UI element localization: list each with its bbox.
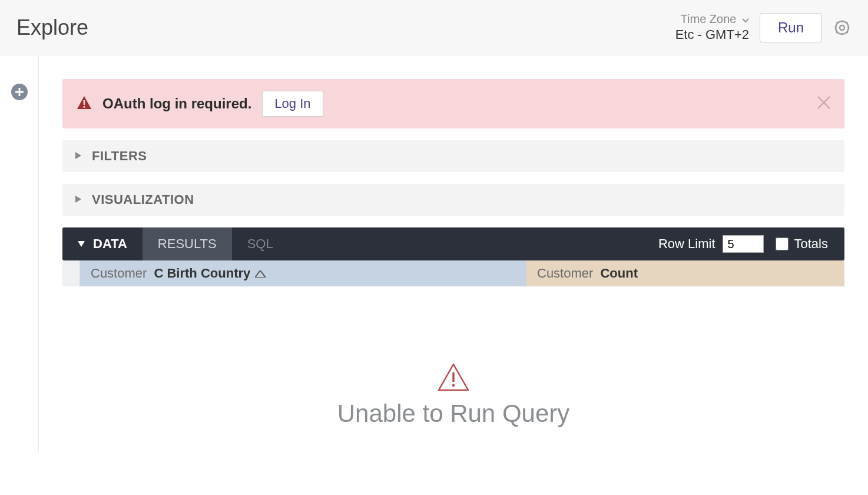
- data-bar: DATA RESULTS SQL Row Limit Totals: [62, 227, 844, 260]
- error-message: Unable to Run Query: [62, 400, 844, 428]
- oauth-alert: OAuth log in required. Log In: [62, 79, 844, 128]
- close-icon[interactable]: [816, 95, 831, 113]
- tab-data[interactable]: DATA: [62, 227, 143, 260]
- filters-label: FILTERS: [92, 148, 147, 164]
- totals-checkbox[interactable]: [776, 237, 789, 250]
- svg-point-1: [836, 21, 849, 34]
- visualization-label: VISUALIZATION: [92, 192, 194, 207]
- svg-point-0: [840, 25, 844, 30]
- timezone-selector[interactable]: Time Zone Etc - GMT+2: [675, 11, 749, 44]
- tab-data-label: DATA: [93, 236, 127, 252]
- timezone-value: Etc - GMT+2: [675, 27, 749, 44]
- chevron-down-icon: [742, 15, 749, 25]
- svg-rect-2: [84, 100, 85, 105]
- tab-results[interactable]: RESULTS: [143, 227, 232, 260]
- gear-icon[interactable]: [833, 18, 852, 37]
- visualization-section[interactable]: VISUALIZATION: [62, 184, 844, 216]
- warning-icon: [77, 95, 92, 112]
- warning-outline-icon: [438, 363, 469, 391]
- page-title: Explore: [16, 15, 88, 40]
- column-dim-field: C Birth Country: [154, 266, 250, 281]
- tab-sql-label: SQL: [247, 236, 273, 252]
- row-handle[interactable]: [62, 260, 80, 286]
- run-button[interactable]: Run: [760, 13, 822, 42]
- svg-point-5: [452, 384, 455, 387]
- add-button[interactable]: [11, 84, 28, 100]
- tab-results-label: RESULTS: [158, 236, 217, 252]
- caret-down-icon: [78, 239, 85, 249]
- columns-header: Customer C Birth Country Customer Count: [62, 260, 844, 286]
- column-dim-prefix: Customer: [91, 266, 147, 281]
- svg-rect-4: [452, 372, 454, 382]
- filters-section[interactable]: FILTERS: [62, 140, 844, 172]
- column-measure-field: Count: [600, 266, 638, 281]
- row-limit-input[interactable]: [723, 235, 764, 253]
- sort-asc-icon: [255, 266, 266, 281]
- svg-rect-3: [84, 106, 85, 108]
- error-zone: Unable to Run Query: [62, 286, 844, 428]
- caret-right-icon: [75, 151, 81, 161]
- alert-message: OAuth log in required.: [102, 95, 251, 112]
- tab-sql[interactable]: SQL: [232, 227, 289, 260]
- row-limit-label: Row Limit: [658, 236, 715, 252]
- timezone-label: Time Zone: [681, 12, 737, 25]
- column-measure-prefix: Customer: [537, 266, 593, 281]
- column-count[interactable]: Customer Count: [526, 260, 844, 286]
- column-birth-country[interactable]: Customer C Birth Country: [80, 260, 526, 286]
- totals-label: Totals: [794, 236, 828, 252]
- caret-right-icon: [75, 195, 81, 204]
- login-button[interactable]: Log In: [262, 91, 323, 117]
